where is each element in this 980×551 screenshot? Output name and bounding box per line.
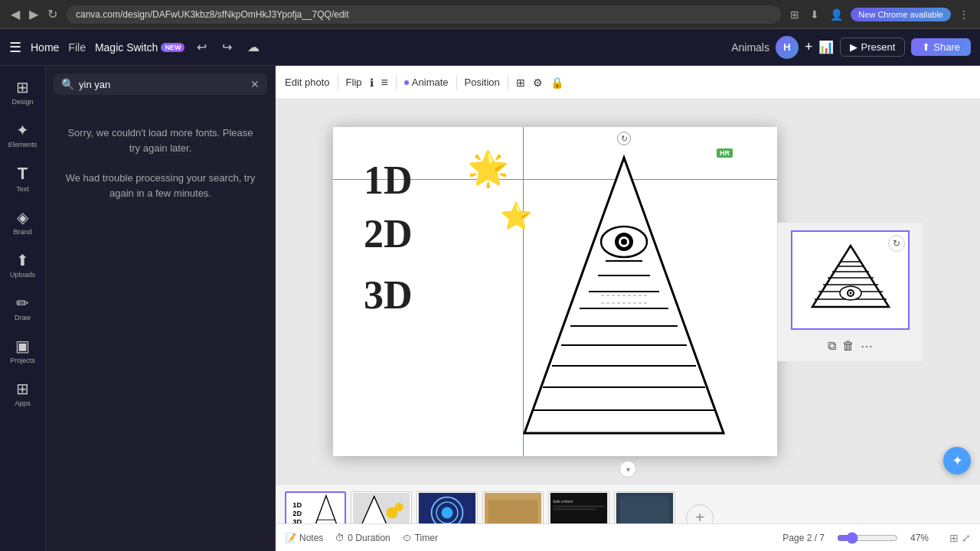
downloads-icon[interactable]: ⬇ (807, 7, 822, 22)
zoom-slider[interactable] (837, 532, 898, 544)
svg-point-42 (442, 507, 453, 519)
canvas-wrapper: Edit photo Flip ℹ ≡ Animate Position ⊞ ⚙… (276, 66, 980, 551)
edit-photo-button[interactable]: Edit photo (285, 77, 330, 88)
undo-button[interactable]: ↩ (194, 38, 210, 56)
new-badge: NEW (161, 43, 185, 52)
search-error-message: We had trouble processing your search, t… (61, 171, 260, 201)
text-icon: T (18, 164, 28, 184)
sidebar-label-apps: Apps (15, 399, 31, 407)
chrome-update-button[interactable]: New Chrome available (851, 8, 951, 21)
timer-button[interactable]: ⏲ Timer (403, 533, 438, 543)
toolbar-divider-2 (396, 75, 397, 90)
sidebar-item-brand[interactable]: ◈ Brand (3, 202, 43, 242)
menu-icon[interactable]: ☰ (9, 39, 21, 56)
magic-switch-button[interactable]: Magic Switch NEW (95, 41, 185, 54)
svg-text:dark content: dark content (554, 500, 573, 504)
slide-canvas[interactable]: 1D 2D 3D ☯ 🌟 ⭐ (333, 127, 777, 456)
animate-dot (404, 80, 409, 85)
sidebar-label-draw: Draw (15, 314, 31, 321)
sidebar-item-uploads[interactable]: ⬆ Uploads (3, 245, 43, 285)
thumbnail-copy-button[interactable]: ⧉ (828, 339, 836, 354)
thumbnail-actions: ⧉ 🗑 ⋯ (828, 339, 873, 354)
more-options-icon[interactable]: ≡ (381, 76, 388, 90)
canvas-text-1d[interactable]: 1D (364, 158, 413, 203)
flip-button[interactable]: Flip (346, 77, 362, 88)
main-layout: ⊞ Design ✦ Elements T Text ◈ Brand ⬆ Upl… (0, 66, 980, 551)
redo-button[interactable]: ↪ (219, 38, 235, 56)
filter-icon[interactable]: ⚙ (533, 77, 543, 89)
search-input[interactable] (79, 79, 246, 90)
uploads-icon: ⬆ (16, 251, 29, 269)
sidebar-label-uploads: Uploads (10, 271, 35, 279)
svg-rect-48 (554, 508, 596, 510)
brand-icon: ◈ (17, 208, 28, 227)
element-thumbnail[interactable]: ↻ (791, 230, 910, 330)
info-icon[interactable]: ℹ (370, 77, 374, 89)
floating-assist-button[interactable]: ✦ (943, 447, 971, 474)
thumbnail-more-button[interactable]: ⋯ (861, 339, 873, 354)
fit-view-button[interactable]: ⤢ (962, 532, 971, 544)
toolbar-divider-4 (508, 75, 508, 90)
refresh-button[interactable]: ↻ (44, 5, 60, 23)
svg-rect-44 (488, 500, 538, 525)
left-panel: 🔍 ✕ Sorry, we couldn't load more fonts. … (46, 66, 276, 551)
pyramid-graphic[interactable]: HR ↻ (517, 150, 731, 441)
canvas-text-2d[interactable]: 2D (364, 211, 413, 256)
sidebar-label-design: Design (11, 98, 33, 106)
browser-bar: ◀ ▶ ↻ ⊞ ⬇ 👤 New Chrome available ⋮ (0, 0, 980, 29)
elements-icon: ✦ (16, 121, 29, 139)
forward-button[interactable]: ▶ (26, 5, 41, 23)
svg-text:2D: 2D (292, 510, 302, 517)
project-title: Animals (731, 41, 769, 54)
search-clear-button[interactable]: ✕ (250, 78, 260, 90)
user-avatar[interactable]: H (776, 36, 799, 59)
thumbnail-delete-button[interactable]: 🗑 (842, 339, 854, 354)
sidebar-item-text[interactable]: T Text (3, 158, 43, 199)
sidebar-label-elements: Elements (8, 141, 38, 148)
position-button[interactable]: Position (465, 77, 500, 88)
toolbar-divider-3 (456, 75, 457, 90)
duration-icon: ⏱ (335, 533, 345, 543)
toolbar-right: Animals H + 📊 ▶ Present ⬆ Share (731, 36, 971, 59)
user-profile-icon[interactable]: 👤 (827, 7, 846, 22)
sidebar-label-brand: Brand (13, 228, 31, 236)
browser-more-icon[interactable]: ⋮ (956, 7, 972, 22)
cloud-save-icon[interactable]: ☁ (244, 38, 263, 56)
browser-actions: ⊞ ⬇ 👤 New Chrome available ⋮ (787, 7, 972, 22)
lock-icon[interactable]: 🔒 (550, 77, 564, 89)
share-button[interactable]: ⬆ Share (911, 38, 971, 56)
analytics-button[interactable]: 📊 (818, 40, 834, 54)
present-button[interactable]: ▶ Present (840, 37, 905, 57)
sidebar-item-projects[interactable]: ▣ Projects (3, 331, 43, 370)
sidebar-item-apps[interactable]: ⊞ Apps (3, 373, 43, 413)
extensions-icon[interactable]: ⊞ (787, 7, 802, 22)
canvas-area[interactable]: 1D 2D 3D ☯ 🌟 ⭐ (276, 99, 980, 484)
grid-view-icon[interactable]: ⊞ (516, 77, 525, 89)
filmstrip-collapse-button[interactable]: ▾ (619, 461, 636, 478)
sidebar-item-elements[interactable]: ✦ Elements (3, 115, 43, 155)
url-bar[interactable] (67, 5, 781, 24)
svg-point-38 (395, 503, 403, 511)
animate-button[interactable]: Animate (404, 77, 449, 88)
toolbar-divider-1 (338, 75, 338, 90)
status-bar: 📝 Notes ⏱ 0 Duration ⏲ Timer Page 2 / 7 … (276, 523, 980, 551)
collaborators-button[interactable]: + (805, 39, 813, 55)
sidebar-item-draw[interactable]: ✏ Draw (3, 288, 43, 328)
back-button[interactable]: ◀ (8, 5, 23, 23)
zoom-level: 47% (910, 533, 937, 543)
grid-view-button[interactable]: ⊞ (949, 532, 959, 544)
design-icon: ⊞ (16, 78, 29, 96)
duration-button[interactable]: ⏱ 0 Duration (335, 533, 390, 543)
thumbnail-refresh-button[interactable]: ↻ (888, 235, 905, 252)
sidebar-item-design[interactable]: ⊞ Design (3, 72, 43, 112)
home-button[interactable]: Home (31, 41, 59, 54)
canvas-text-3d[interactable]: 3D (364, 272, 413, 318)
view-mode-buttons: ⊞ ⤢ (949, 532, 971, 544)
file-button[interactable]: File (68, 41, 86, 54)
search-icon: 🔍 (61, 78, 74, 90)
rotate-handle[interactable]: ↻ (617, 132, 631, 145)
sun-icon-1[interactable]: 🌟 (467, 148, 509, 188)
edit-toolbar: Edit photo Flip ℹ ≡ Animate Position ⊞ ⚙… (276, 66, 980, 99)
notes-button[interactable]: 📝 Notes (285, 533, 323, 543)
error-area: Sorry, we couldn't load more fonts. Plea… (46, 103, 275, 223)
